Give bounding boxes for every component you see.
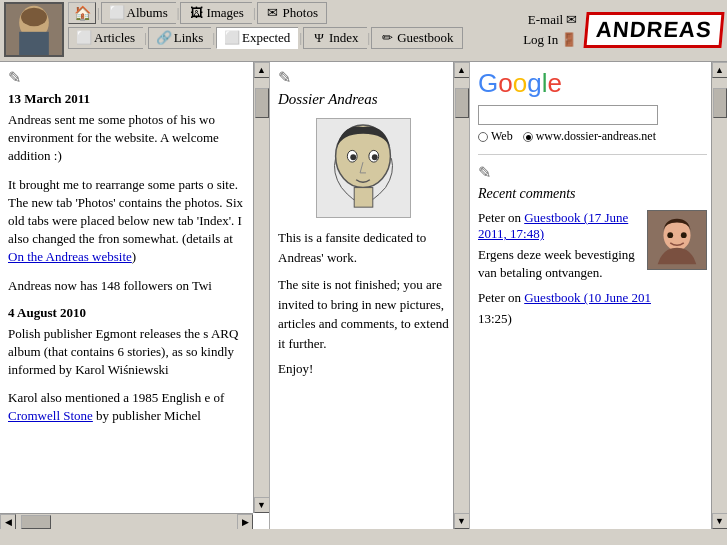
scroll-up-button-3[interactable]: ▲ [712,62,728,78]
entry-text-4: Polish publisher Egmont releases the s A… [8,325,249,380]
tab-index[interactable]: Ψ Index [303,27,367,49]
andreas-logo: ANDREAS [584,12,725,48]
scroll-thumb-3[interactable] [713,88,727,118]
tab-images[interactable]: 🖼 Images [180,2,252,24]
scroll-track [254,78,269,497]
email-link[interactable]: E-mail ✉ [528,12,577,28]
home-button[interactable]: 🏠 [68,2,96,24]
dossier-image [316,118,411,218]
site-photo [4,2,64,57]
dossier-desc2: The site is not finished; you are invite… [278,275,449,353]
albums-icon: ⬜ [110,7,124,19]
hscroll-left-1[interactable]: ◀ [0,514,16,530]
recent-comments-section: ✎ Recent comments Peter on Guestbook (17… [478,163,707,329]
tab-albums[interactable]: ⬜ Albums [101,2,176,24]
header-top: 🏠 | ⬜ Albums | 🖼 Images | ✉ Photos [4,2,723,57]
news-column: ▲ ▼ ✎ 13 March 2011 Andreas sent me some… [0,62,270,529]
nav-row-bottom: ⬜ Articles | 🔗 Links | ⬜ Expected | [68,27,463,49]
comment-item-2: Peter on Guestbook (10 June 201 13:25) [478,290,707,328]
svg-point-2 [21,8,47,27]
pencil-icon-col3: ✎ [478,163,707,182]
pencil-icon-col2: ✎ [278,68,449,87]
scroll-down-button-2[interactable]: ▼ [454,513,470,529]
recent-comments-title: Recent comments [478,186,707,202]
comment-author-2: Peter on Guestbook (10 June 201 [478,290,707,306]
login-link[interactable]: Log In 🚪 [523,32,577,48]
google-radio-site[interactable]: www.dossier-andreas.net [523,129,656,144]
entry-date-2: 4 August 2010 [8,305,249,321]
scroll-up-button[interactable]: ▲ [254,62,270,78]
scroll-thumb[interactable] [255,88,269,118]
dossier-title: Dossier Andreas [278,91,449,108]
comment-text-1: Peter on Guestbook (17 June 2011, 17:48)… [478,210,641,282]
tab-articles[interactable]: ⬜ Articles [68,27,143,49]
entry-text-1: Andreas sent me some photos of his wo en… [8,111,249,166]
hscroll-thumb-1[interactable] [21,515,51,529]
scroll-track-2 [454,78,469,513]
andreas-website-link[interactable]: On the Andreas website [8,249,132,264]
entry-text-5: Karol also mentioned a 1985 English e of… [8,389,249,425]
google-section: Google Web www.dossier-andreas.net [478,68,707,155]
pencil-icon-col1: ✎ [8,68,249,87]
comment-item-1: Peter on Guestbook (17 June 2011, 17:48)… [478,210,707,282]
comment-author-1: Peter on Guestbook (17 June 2011, 17:48) [478,210,641,242]
comment-link-2[interactable]: Guestbook (10 June 201 [524,290,651,305]
svg-point-9 [372,154,378,160]
tab-links[interactable]: 🔗 Links [148,27,212,49]
main-content: ▲ ▼ ✎ 13 March 2011 Andreas sent me some… [0,62,727,529]
hscroll-right-1[interactable]: ▶ [237,514,253,530]
tab-expected[interactable]: ⬜ Expected [216,27,298,49]
hscroll-track-1 [16,514,237,530]
dossier-enjoy: Enjoy! [278,361,449,377]
photos-icon: ✉ [266,7,280,19]
scroll-track-3 [712,78,727,513]
entry-text-3: Andreas now has 148 followers on Twi [8,277,249,295]
index-icon: Ψ [312,32,326,44]
tab-photos[interactable]: ✉ Photos [257,2,327,24]
nav-container: 🏠 | ⬜ Albums | 🖼 Images | ✉ Photos [68,2,463,49]
comment-body-2: 13:25) [478,310,707,328]
svg-rect-3 [19,32,49,55]
svg-point-14 [681,232,687,238]
col1-hscroll: ◀ ▶ [0,513,253,529]
radio-site-btn[interactable] [523,132,533,142]
guestbook-icon: ✏ [380,32,394,44]
entry-date-1: 13 March 2011 [8,91,249,107]
svg-point-13 [667,232,673,238]
dossier-scroll[interactable]: ✎ Dossier Andreas [270,62,469,529]
google-radio-web[interactable]: Web [478,129,513,144]
header-top-right: E-mail ✉ Log In 🚪 ANDREAS [523,12,723,48]
dossier-desc1: This is a fansite dedicated to Andreas' … [278,228,449,267]
sidebar-column: ▲ ▼ Google Web ww [470,62,727,529]
svg-point-7 [350,154,356,160]
scroll-up-button-2[interactable]: ▲ [454,62,470,78]
google-radio-row: Web www.dossier-andreas.net [478,129,707,144]
login-icon: 🚪 [561,32,577,48]
news-scroll[interactable]: ✎ 13 March 2011 Andreas sent me some pho… [0,62,269,529]
avatar-1 [647,210,707,270]
google-search-input[interactable] [478,105,658,125]
entry-text-2: It brought me to rearrange some parts o … [8,176,249,267]
images-icon: 🖼 [189,7,203,19]
svg-rect-10 [354,188,373,208]
links-icon: 🔗 [157,32,171,44]
sidebar-scroll[interactable]: Google Web www.dossier-andreas.net ✎ [470,62,727,529]
scroll-down-button[interactable]: ▼ [254,497,270,513]
header: 🏠 | ⬜ Albums | 🖼 Images | ✉ Photos [0,0,727,62]
expected-icon: ⬜ [225,32,239,44]
articles-icon: ⬜ [77,32,91,44]
comment-body-1: Ergens deze week bevestiging van betalin… [478,246,641,282]
cromwell-link[interactable]: Cromwell Stone [8,408,93,423]
comment-text-2: Peter on Guestbook (10 June 201 13:25) [478,290,707,328]
google-logo: Google [478,68,707,99]
tab-guestbook[interactable]: ✏ Guestbook [371,27,462,49]
nav-row-top: 🏠 | ⬜ Albums | 🖼 Images | ✉ Photos [68,2,463,24]
scroll-down-button-3[interactable]: ▼ [712,513,728,529]
scroll-thumb-2[interactable] [455,88,469,118]
radio-web-btn[interactable] [478,132,488,142]
email-icon: ✉ [566,12,577,28]
dossier-column: ▲ ▼ ✎ Dossier Andreas [270,62,470,529]
